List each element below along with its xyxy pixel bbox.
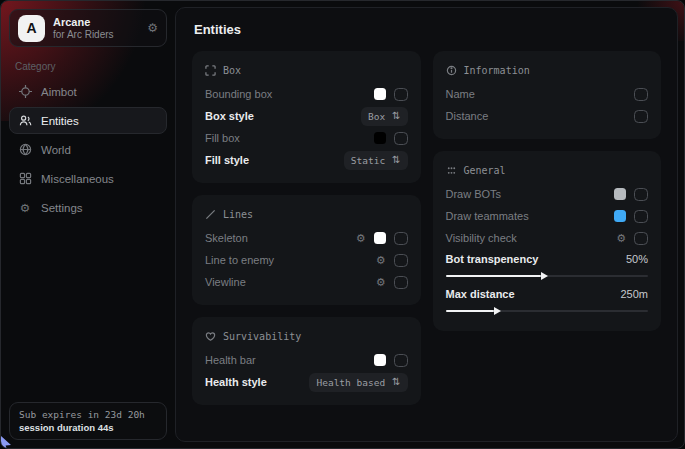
subscription-info-box: Sub expires in 23d 20h session duration … [9,402,167,440]
brand-card: A Arcane for Arc Riders ⚙ [9,9,167,47]
panel-survivability: Survivability Health bar Health style [192,317,421,405]
setting-row-fill-box: Fill box [205,127,408,149]
bounding-box-checkbox[interactable] [394,88,408,101]
chevron-updown-icon: ⇅ [392,377,400,387]
info-icon [446,65,457,76]
globe-icon [18,143,32,156]
sidebar-item-label: Entities [41,115,79,127]
sidebar-item-entities[interactable]: Entities [9,107,167,134]
color-swatch[interactable] [374,132,386,144]
gear-icon[interactable]: ⚙ [376,255,386,266]
entities-icon [18,114,32,127]
bot-transparency-value: 50% [626,253,648,265]
sidebar-item-miscellaneous[interactable]: Miscellaneous [9,165,167,192]
sidebar-item-label: Miscellaneous [41,173,114,185]
crosshair-icon [18,85,32,98]
sidebar-item-settings[interactable]: ⚙ Settings [9,194,167,221]
panel-lines: Lines Skeleton ⚙ Line to enemy ⚙ [192,195,421,305]
setting-row-health-bar: Health bar [205,349,408,371]
setting-row-viewline: Viewline ⚙ [205,271,408,293]
distance-checkbox[interactable] [634,110,648,123]
left-column: Box Bounding box Box style Box [192,51,421,405]
panel-title: Survivability [223,331,301,342]
draw-teammates-checkbox[interactable] [634,210,648,223]
visibility-check-checkbox[interactable] [634,232,648,245]
grid-icon [18,172,32,185]
gear-icon[interactable]: ⚙ [356,233,366,244]
sidebar: A Arcane for Arc Riders ⚙ Category Aimbo… [1,1,175,448]
setting-row-fill-style: Fill style Static ⇅ [205,149,408,171]
health-style-dropdown[interactable]: Health based ⇅ [309,373,407,392]
color-swatch[interactable] [614,188,626,200]
setting-row-max-distance: Max distance 250m [446,284,649,304]
app-name: Arcane [53,16,139,29]
setting-row-bounding-box: Bounding box [205,83,408,105]
chevron-updown-icon: ⇅ [392,155,400,165]
box-corners-icon [205,65,216,76]
panel-title: General [464,165,506,176]
color-swatch[interactable] [374,354,386,366]
panel-title: Lines [223,209,253,220]
panel-box: Box Bounding box Box style Box [192,51,421,183]
gear-icon[interactable]: ⚙ [147,21,158,35]
chevron-updown-icon: ⇅ [392,111,400,121]
skeleton-checkbox[interactable] [394,232,408,245]
gear-icon: ⚙ [18,201,32,215]
session-duration-text: session duration 44s [19,422,157,433]
mouse-cursor [0,434,15,449]
setting-row-visibility-check: Visibility check ⚙ [446,227,649,249]
color-swatch[interactable] [374,88,386,100]
sidebar-item-label: Settings [41,202,83,214]
fill-box-checkbox[interactable] [394,132,408,145]
sub-expiry-text: Sub expires in 23d 20h [19,409,157,420]
panel-information: Information Name Distance [433,51,662,139]
panel-general: General Draw BOTs Draw teammates [433,151,662,331]
max-distance-slider[interactable] [446,310,649,312]
sidebar-item-label: Aimbot [41,86,77,98]
health-bar-checkbox[interactable] [394,354,408,367]
setting-row-distance: Distance [446,105,649,127]
setting-row-line-to-enemy: Line to enemy ⚙ [205,249,408,271]
setting-row-skeleton: Skeleton ⚙ [205,227,408,249]
setting-row-bot-transparency: Bot transpenency 50% [446,249,649,269]
slider-thumb[interactable] [541,272,548,280]
setting-row-draw-bots: Draw BOTs [446,183,649,205]
sidebar-item-world[interactable]: World [9,136,167,163]
app-subtitle: for Arc Riders [53,29,139,41]
color-swatch[interactable] [614,210,626,222]
app-logo: A [18,15,45,42]
panel-title: Box [223,65,241,76]
color-swatch[interactable] [374,232,386,244]
main-panel: Entities Box Bounding box [175,7,678,442]
setting-row-health-style: Health style Health based ⇅ [205,371,408,393]
setting-row-draw-teammates: Draw teammates [446,205,649,227]
app-window: A Arcane for Arc Riders ⚙ Category Aimbo… [0,0,685,449]
name-checkbox[interactable] [634,88,648,101]
fill-style-dropdown[interactable]: Static ⇅ [344,151,408,170]
max-distance-value: 250m [620,288,648,300]
line-icon [205,209,216,220]
line-to-enemy-checkbox[interactable] [394,254,408,267]
viewline-checkbox[interactable] [394,276,408,289]
slider-thumb[interactable] [494,307,501,315]
gear-icon[interactable]: ⚙ [616,233,626,244]
setting-row-box-style: Box style Box ⇅ [205,105,408,127]
gear-icon[interactable]: ⚙ [376,277,386,288]
page-title: Entities [194,22,661,37]
sidebar-item-label: World [41,144,71,156]
box-style-dropdown[interactable]: Box ⇅ [361,107,408,126]
category-label: Category [15,61,167,72]
heart-icon [205,331,216,342]
bot-transparency-slider[interactable] [446,275,649,277]
sidebar-nav: Aimbot Entities World [9,78,167,221]
grid-dots-icon [446,165,457,176]
setting-row-name: Name [446,83,649,105]
draw-bots-checkbox[interactable] [634,188,648,201]
sidebar-item-aimbot[interactable]: Aimbot [9,78,167,105]
right-column: Information Name Distance [433,51,662,331]
panel-title: Information [464,65,530,76]
